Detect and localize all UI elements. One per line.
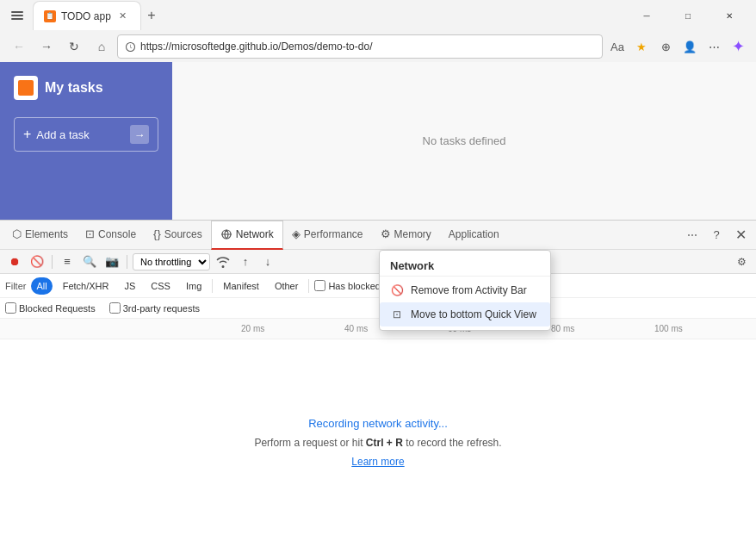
- app-header: My tasks: [14, 76, 158, 100]
- devtools-more-button[interactable]: ⋯: [680, 223, 704, 247]
- home-button[interactable]: ⌂: [90, 34, 114, 59]
- wifi-icon[interactable]: [214, 252, 232, 271]
- tab-application[interactable]: Application: [440, 221, 508, 250]
- devtools-help-button[interactable]: ?: [704, 223, 728, 247]
- url-bar[interactable]: https://microsoftedge.github.io/Demos/de…: [117, 34, 603, 59]
- sources-icon: {}: [153, 227, 161, 240]
- remove-from-activity-bar-item[interactable]: 🚫 Remove from Activity Bar: [380, 278, 550, 302]
- upload-icon[interactable]: ↑: [236, 252, 255, 271]
- perform-prefix: Perform a request or hit: [254, 437, 365, 449]
- filter-bar: Filter All Fetch/XHR JS CSS Img Manifest…: [0, 274, 756, 298]
- add-icon: +: [23, 127, 31, 142]
- network-toolbar: ⏺ 🚫 ≡ 🔍 📷 No throttling Fast 3G Slow 3G …: [0, 250, 756, 274]
- filter-js-button[interactable]: JS: [119, 277, 140, 295]
- app-title: My tasks: [45, 80, 103, 96]
- add-task-arrow[interactable]: →: [130, 125, 149, 144]
- tab-performance-label: Performance: [304, 228, 363, 240]
- blocked-requests-checkbox[interactable]: Blocked Requests: [5, 302, 96, 314]
- move-to-bottom-item[interactable]: ⊡ Move to bottom Quick View: [380, 302, 550, 326]
- app-icon-inner: [18, 80, 34, 96]
- perf-icon: ◈: [292, 227, 301, 240]
- close-button[interactable]: ✕: [710, 3, 749, 28]
- tab-console[interactable]: ⊡ Console: [77, 221, 145, 250]
- profile-icon[interactable]: 👤: [679, 35, 701, 58]
- record-button[interactable]: ⏺: [5, 252, 24, 271]
- devtools-tabs: ⬡ Elements ⊡ Console {} Sources Network: [3, 221, 680, 250]
- favorites-icon[interactable]: ★: [630, 35, 653, 58]
- context-menu-title: Network: [380, 254, 550, 277]
- tab-network[interactable]: Network: [211, 221, 283, 250]
- tab-sources-label: Sources: [164, 228, 202, 240]
- add-task-button[interactable]: + Add a task →: [14, 117, 158, 152]
- address-bar: ← → ↻ ⌂ https://microsoftedge.github.io/…: [0, 31, 756, 62]
- filter-other-button[interactable]: Other: [270, 277, 304, 295]
- new-tab-button[interactable]: +: [141, 5, 162, 26]
- svg-rect-2: [11, 18, 23, 20]
- timeline-mark-20: 20 ms: [241, 324, 264, 333]
- tab-close-button[interactable]: ✕: [116, 9, 130, 23]
- filter-fetch-xhr-button[interactable]: Fetch/XHR: [58, 277, 115, 295]
- tab-sources[interactable]: {} Sources: [145, 221, 211, 250]
- network-settings-button[interactable]: ⚙: [732, 252, 751, 271]
- tab-elements-label: Elements: [25, 228, 68, 240]
- learn-more-link[interactable]: Learn more: [351, 456, 404, 468]
- tab-memory-label: Memory: [394, 228, 431, 240]
- svg-rect-0: [11, 11, 23, 13]
- tab-memory[interactable]: ⚙ Memory: [372, 221, 440, 250]
- collections-icon[interactable]: ⊕: [654, 35, 677, 58]
- move-label: Move to bottom Quick View: [411, 308, 536, 320]
- has-blocked-cookies-input[interactable]: [314, 280, 325, 291]
- devtools-close-button[interactable]: ✕: [728, 223, 753, 247]
- filter-img-button[interactable]: Img: [181, 277, 207, 295]
- third-party-input[interactable]: [109, 302, 121, 314]
- back-button[interactable]: ←: [7, 34, 31, 59]
- third-party-checkbox[interactable]: 3rd-party requests: [109, 302, 200, 314]
- timeline-mark-100: 100 ms: [654, 324, 683, 333]
- devtools-panel: ⬡ Elements ⊡ Console {} Sources Network: [0, 220, 756, 541]
- filter-css-button[interactable]: CSS: [146, 277, 176, 295]
- ctrl-r-text: Ctrl + R: [366, 437, 403, 449]
- minimize-button[interactable]: ─: [627, 3, 666, 28]
- search-button[interactable]: 🔍: [80, 252, 99, 271]
- timeline: 20 ms 40 ms 60 ms 80 ms 100 ms: [0, 319, 756, 339]
- app-sidebar: My tasks + Add a task →: [0, 62, 172, 220]
- toolbar-divider-2: [127, 255, 127, 269]
- more-tools-icon[interactable]: ⋯: [703, 35, 725, 58]
- title-bar: 📋 TODO app ✕ + ─ □ ✕: [0, 0, 756, 31]
- tab-title: TODO app: [61, 10, 111, 22]
- tab-elements[interactable]: ⬡ Elements: [3, 221, 77, 250]
- sidebar-toggle[interactable]: [7, 5, 28, 26]
- blocked-requests-label: Blocked Requests: [19, 303, 96, 314]
- edge-copilot-icon[interactable]: ✦: [727, 35, 749, 58]
- url-text: https://microsoftedge.github.io/Demos/de…: [140, 40, 372, 53]
- read-aloud-icon[interactable]: Aa: [606, 35, 629, 58]
- tab-performance[interactable]: ◈ Performance: [283, 221, 372, 250]
- clear-button[interactable]: 🚫: [28, 252, 46, 271]
- address-icons: Aa ★ ⊕ 👤 ⋯ ✦: [606, 35, 749, 58]
- screenshot-button[interactable]: 📷: [102, 252, 121, 271]
- forward-button[interactable]: →: [34, 34, 59, 59]
- active-tab[interactable]: 📋 TODO app ✕: [33, 1, 141, 30]
- third-party-label: 3rd-party requests: [123, 303, 200, 314]
- refresh-button[interactable]: ↻: [62, 34, 86, 59]
- toolbar-divider-1: [52, 255, 53, 269]
- memory-icon: ⚙: [381, 227, 391, 240]
- blocked-requests-bar: Blocked Requests 3rd-party requests: [0, 298, 756, 319]
- filter-manifest-button[interactable]: Manifest: [218, 277, 264, 295]
- tab-network-label: Network: [236, 228, 274, 240]
- window-controls: ─ □ ✕: [627, 3, 749, 28]
- filter-divider-2: [308, 279, 309, 293]
- download-icon[interactable]: ↓: [258, 252, 277, 271]
- remove-icon: 🚫: [390, 283, 404, 297]
- tab-bar: 📋 TODO app ✕ +: [33, 1, 622, 30]
- main-content: No tasks defined: [172, 62, 756, 220]
- timeline-mark-80: 80 ms: [551, 324, 574, 333]
- filter-toggle-button[interactable]: ≡: [58, 252, 77, 271]
- maximize-button[interactable]: □: [668, 3, 708, 28]
- timeline-mark-40: 40 ms: [344, 324, 368, 333]
- devtools-topbar: ⬡ Elements ⊡ Console {} Sources Network: [0, 221, 756, 250]
- remove-label: Remove from Activity Bar: [411, 284, 527, 296]
- blocked-requests-input[interactable]: [5, 302, 16, 314]
- throttle-select[interactable]: No throttling Fast 3G Slow 3G Offline: [133, 253, 210, 270]
- filter-all-button[interactable]: All: [31, 277, 52, 295]
